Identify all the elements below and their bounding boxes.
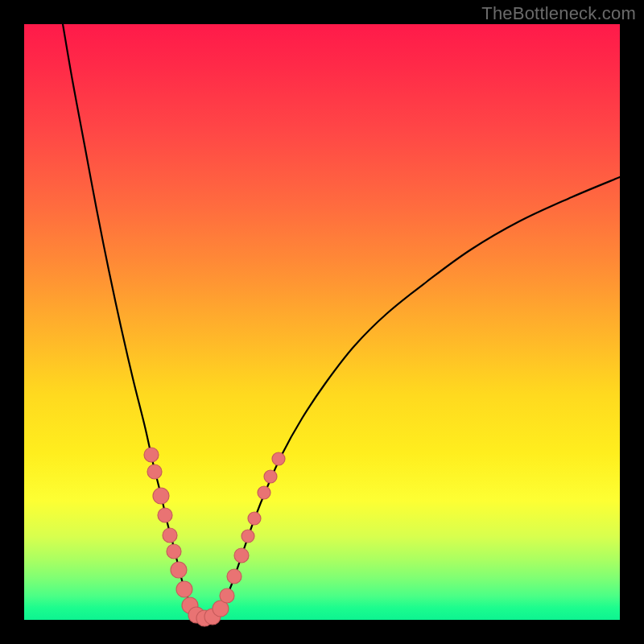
data-dot xyxy=(258,486,270,499)
data-dot xyxy=(167,544,181,559)
data-dot xyxy=(272,452,285,465)
data-dot xyxy=(144,448,159,462)
data-dot xyxy=(176,581,192,597)
data-dot xyxy=(242,530,254,543)
chart-plot-area xyxy=(24,24,620,620)
watermark-text: TheBottleneck.com xyxy=(481,3,636,24)
data-dot xyxy=(171,562,187,578)
data-dot xyxy=(264,470,277,483)
data-dot xyxy=(227,569,242,584)
data-dots xyxy=(144,448,285,626)
data-dot xyxy=(158,508,172,522)
data-dot xyxy=(163,528,177,543)
curve-right xyxy=(219,177,620,612)
curve-left xyxy=(63,24,193,612)
data-dot xyxy=(147,464,162,479)
data-dot xyxy=(234,548,249,563)
data-dot xyxy=(220,588,234,603)
data-dot xyxy=(248,512,261,525)
data-dot xyxy=(153,488,169,504)
chart-svg xyxy=(24,24,620,620)
